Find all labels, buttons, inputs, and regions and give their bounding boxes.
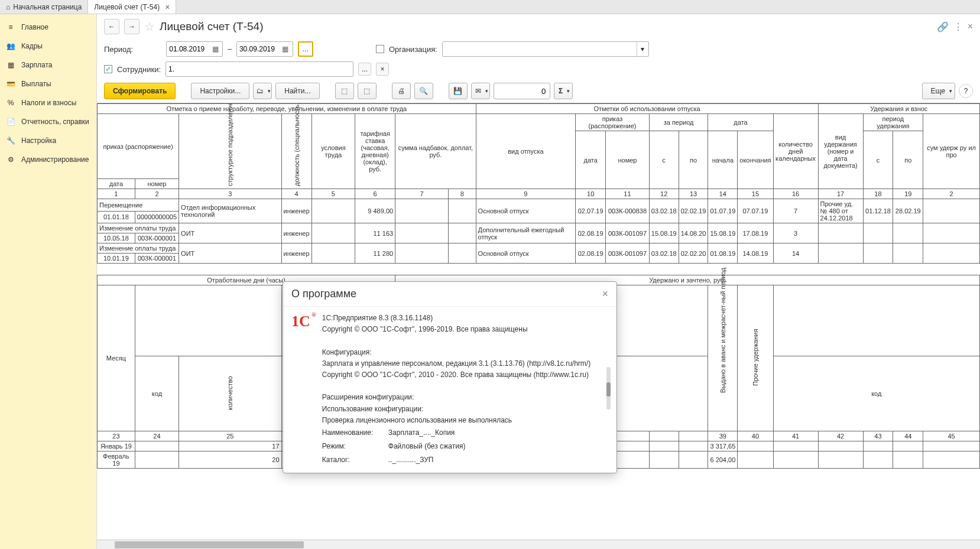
sidebar-item-zarplata[interactable]: ▦Зарплата	[0, 56, 96, 74]
collapse-button[interactable]: ⬚	[358, 83, 377, 99]
save-button[interactable]: 💾	[449, 83, 468, 99]
sidebar: ≡Главное 👥Кадры ▦Зарплата 💳Выплаты %Нало…	[0, 14, 97, 549]
forward-button[interactable]: →	[124, 19, 139, 34]
date-from[interactable]: ▦	[166, 41, 223, 57]
menu-icon: ≡	[6, 22, 15, 32]
calendar-icon[interactable]: ▦	[281, 44, 290, 54]
emp-input[interactable]	[166, 61, 353, 77]
generate-button[interactable]: Сформировать	[104, 83, 176, 99]
more-button[interactable]: Еще▾	[922, 83, 955, 99]
sidebar-item-admin[interactable]: ⚙Администрирование	[0, 150, 96, 169]
table-row: ПеремещениеОтдел информационных технолог…	[98, 199, 980, 212]
emp-clear-button[interactable]: ×	[376, 63, 389, 76]
sidebar-item-nalogi[interactable]: %Налоги и взносы	[0, 93, 96, 112]
expand-button[interactable]: ⬚	[335, 83, 354, 99]
more-icon[interactable]: ⋮	[953, 21, 963, 33]
tab-home[interactable]: ⌂Начальная страница	[0, 0, 88, 14]
link-icon[interactable]: 🔗	[937, 21, 949, 33]
date-to[interactable]: ▦	[236, 41, 293, 57]
sigma-button[interactable]: Σ▾	[554, 83, 573, 99]
sidebar-item-kadry[interactable]: 👥Кадры	[0, 37, 96, 56]
star-icon[interactable]: ☆	[144, 20, 155, 34]
period-dialog-button[interactable]: ...	[298, 41, 313, 57]
h-scrollbar[interactable]	[97, 540, 980, 549]
table-row: Изменение оплаты трудаОИТинженер11 280Ос…	[98, 243, 980, 254]
preview-button[interactable]: 🔍	[414, 83, 433, 99]
print-button[interactable]: 🖨	[392, 83, 411, 99]
num-input[interactable]	[494, 83, 550, 99]
find-button[interactable]: Найти...	[275, 83, 319, 99]
about-dialog: О программе × 1C 1С:Предприятие 8.3 (8.3…	[283, 281, 617, 473]
people-icon: 👥	[6, 41, 15, 51]
sidebar-item-nastroika[interactable]: 🔧Настройка	[0, 131, 96, 150]
table-row: Изменение оплаты трудаОИТинженер11 163До…	[98, 223, 980, 233]
back-button[interactable]: ←	[104, 19, 119, 34]
page-title: Лицевой счет (Т-54)	[160, 20, 263, 33]
settings-button[interactable]: Настройки...	[191, 83, 249, 99]
help-button[interactable]: ?	[959, 84, 973, 98]
tab-account[interactable]: Лицевой счет (Т-54)×	[88, 0, 176, 14]
card-icon: 💳	[6, 79, 15, 89]
sidebar-item-otchet[interactable]: 📄Отчетность, справки	[0, 112, 96, 131]
scrollbar[interactable]	[606, 367, 611, 410]
org-select[interactable]: ▾	[442, 41, 649, 57]
close-icon[interactable]: ×	[602, 288, 608, 300]
options-button[interactable]: 🗂▾	[253, 83, 272, 99]
calendar-icon[interactable]: ▦	[210, 44, 220, 54]
emp-pick-button[interactable]: ...	[358, 63, 371, 76]
close-panel-icon[interactable]: ×	[968, 21, 973, 33]
percent-icon: %	[6, 98, 15, 108]
grid-icon: ▦	[6, 60, 15, 70]
org-checkbox[interactable]	[376, 45, 384, 53]
doc-icon: 📄	[6, 117, 15, 126]
mail-button[interactable]: ✉▾	[471, 83, 490, 99]
sidebar-item-main[interactable]: ≡Главное	[0, 18, 96, 37]
period-label: Период:	[104, 45, 133, 54]
chevron-down-icon[interactable]: ▾	[637, 42, 648, 56]
emp-label: Сотрудники:	[117, 65, 161, 74]
home-icon: ⌂	[6, 3, 10, 11]
about-title: О программе	[291, 288, 356, 300]
logo-icon: 1C	[291, 313, 310, 467]
wrench-icon: 🔧	[6, 136, 15, 145]
gear-icon: ⚙	[6, 155, 15, 164]
sidebar-item-vyplaty[interactable]: 💳Выплаты	[0, 74, 96, 93]
close-icon[interactable]: ×	[165, 2, 170, 12]
org-label: Организация:	[389, 45, 437, 54]
emp-checkbox[interactable]	[104, 65, 112, 73]
